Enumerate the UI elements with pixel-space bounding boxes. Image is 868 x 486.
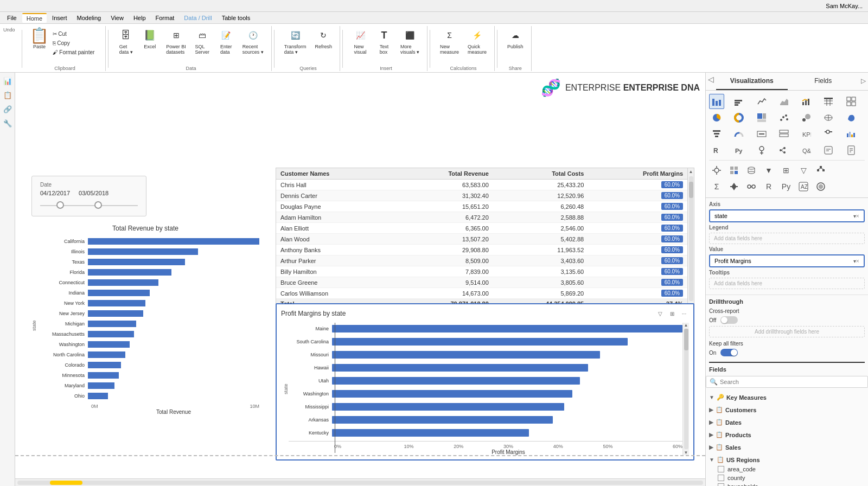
custom-viz-1[interactable]: Σ <box>709 179 724 194</box>
viz-r-script[interactable]: R <box>709 143 724 158</box>
viz-multirow-card[interactable] <box>776 126 792 142</box>
checkbox-county[interactable] <box>718 475 724 481</box>
tab-fields[interactable]: Fields <box>788 73 859 90</box>
checkbox-households[interactable] <box>718 483 724 486</box>
field-households[interactable]: households <box>709 482 865 486</box>
hierarchy-icon[interactable] <box>813 163 828 178</box>
slider-handle-right[interactable] <box>94 201 102 209</box>
quick-measure-button[interactable]: ⚡ Quickmeasure <box>464 26 490 56</box>
new-visual-button[interactable]: 📈 Newvisual <box>349 26 371 56</box>
viz-decomp-tree[interactable] <box>776 143 792 158</box>
keep-filters-toggle[interactable] <box>720 349 738 356</box>
viz-python[interactable]: Py <box>731 143 746 158</box>
scroll-thumb[interactable] <box>689 182 693 198</box>
refresh-button[interactable]: ↻ Refresh <box>312 26 336 51</box>
viz-paginated[interactable] <box>844 143 859 158</box>
tab-expand-icon[interactable]: ▷ <box>859 73 868 90</box>
menu-view[interactable]: View <box>106 14 128 22</box>
viz-key-influencers[interactable] <box>754 143 769 158</box>
bottom-scrollbar[interactable] <box>15 478 705 486</box>
viz-filled-map[interactable] <box>844 110 859 125</box>
viz-combo-chart[interactable] <box>799 94 814 109</box>
tab-visualizations[interactable]: Visualizations <box>716 73 788 90</box>
viz-line-chart[interactable] <box>754 94 769 109</box>
chart-more-icon[interactable]: ··· <box>679 309 689 318</box>
format-icon[interactable] <box>709 163 724 178</box>
search-input[interactable] <box>720 379 864 385</box>
dates-header[interactable]: ▶ 📋 Dates <box>709 417 865 427</box>
profit-scroll-down[interactable]: ▼ <box>684 450 688 455</box>
transform-button[interactable]: 🔄 Transformdata ▾ <box>281 26 310 56</box>
grid-icon[interactable]: ⊞ <box>778 163 794 178</box>
scroll-thumb-h[interactable] <box>50 481 82 485</box>
scroll-up[interactable]: ▲ <box>688 168 694 175</box>
key-measures-header[interactable]: ▼ 🔑 Key Measures <box>709 392 865 402</box>
excel-button[interactable]: 📗 Excel <box>139 26 161 51</box>
chart-filter-icon[interactable]: ▽ <box>655 309 665 318</box>
viz-kpi[interactable]: KPI <box>799 126 814 142</box>
cut-button[interactable]: ✂ Cut <box>49 30 98 38</box>
data-icon[interactable] <box>744 163 759 178</box>
copy-button[interactable]: ⎘ Copy <box>49 39 98 47</box>
panel-collapse-icon[interactable]: ◁ <box>706 73 716 90</box>
format-painter-button[interactable]: 🖌 Format painter <box>49 48 98 56</box>
customers-header[interactable]: ▶ 📋 Customers <box>709 405 865 415</box>
viz-qa[interactable]: Q&A <box>799 143 814 158</box>
axis-remove-icon[interactable]: × <box>856 213 859 219</box>
viz-map[interactable] <box>821 110 836 125</box>
viz-donut-chart[interactable] <box>731 110 746 125</box>
viz-table[interactable] <box>821 94 836 109</box>
data-view-icon[interactable]: 📋 <box>2 89 14 101</box>
viz-waterfall[interactable] <box>844 126 859 142</box>
field-area-code[interactable]: area_code <box>709 465 865 474</box>
viz-scatter[interactable] <box>776 110 792 125</box>
menu-insert[interactable]: Insert <box>48 14 72 22</box>
more-visuals-button[interactable]: ⬛ Morevisuals ▾ <box>397 26 423 56</box>
recent-sources-button[interactable]: 🕐 Recentsources ▾ <box>239 26 267 56</box>
custom-viz-5[interactable]: Py <box>778 179 794 194</box>
custom-viz-3[interactable] <box>744 179 759 194</box>
publish-button[interactable]: ☁ Publish <box>504 26 527 51</box>
profit-scroll-up[interactable]: ▲ <box>684 323 688 328</box>
sort-icon[interactable]: ▼ <box>761 163 776 178</box>
chart-expand-icon[interactable]: ⊞ <box>667 309 677 318</box>
menu-modeling[interactable]: Modeling <box>73 14 106 22</box>
profit-scroll-thumb[interactable] <box>684 329 688 350</box>
us-regions-header[interactable]: ▼ 📋 US Regions <box>709 455 865 465</box>
power-bi-button[interactable]: ⊞ Power BIdatasets <box>163 26 189 56</box>
custom-viz-4[interactable]: R <box>761 179 776 194</box>
viz-smart-narrative[interactable] <box>821 143 836 158</box>
menu-table-tools[interactable]: Table tools <box>218 14 255 22</box>
paste-button[interactable]: 📋 Paste ✂ Cut ⎘ Copy 🖌 Format painter <box>29 26 101 58</box>
menu-help[interactable]: Help <box>129 14 150 22</box>
viz-card[interactable] <box>754 126 769 142</box>
menu-home[interactable]: Home <box>22 13 47 23</box>
viz-slicer[interactable] <box>821 126 836 142</box>
cross-report-toggle[interactable] <box>720 316 738 324</box>
date-slider[interactable] <box>40 200 138 210</box>
viz-area-chart[interactable] <box>776 94 792 109</box>
profit-scrollbar[interactable]: ▲ ▼ <box>682 323 689 455</box>
checkbox-area-code[interactable] <box>718 466 724 472</box>
filter-manage-icon[interactable]: ▽ <box>796 163 811 178</box>
custom-viz-7[interactable] <box>813 179 828 194</box>
table-scrollbar[interactable]: ▲ ▼ <box>687 168 694 309</box>
viz-matrix[interactable] <box>844 94 859 109</box>
viz-column-chart[interactable] <box>731 94 746 109</box>
custom-viz-2[interactable] <box>726 179 742 194</box>
slider-handle-left[interactable] <box>56 201 64 209</box>
model-view-icon[interactable]: 🔗 <box>2 103 14 115</box>
field-county[interactable]: county <box>709 474 865 482</box>
get-data-button[interactable]: 🗄 Getdata ▾ <box>115 26 137 56</box>
menu-format[interactable]: Format <box>151 14 179 22</box>
text-box-button[interactable]: T Textbox <box>373 26 395 56</box>
value-remove-icon[interactable]: × <box>856 258 859 264</box>
dax-icon[interactable]: 🔧 <box>2 117 14 129</box>
menu-data-drill[interactable]: Data / Drill <box>180 14 216 22</box>
custom-viz-6[interactable]: AZ <box>796 179 811 194</box>
viz-treemap[interactable] <box>754 110 769 125</box>
analytics-icon[interactable] <box>726 163 742 178</box>
viz-gauge[interactable] <box>731 126 746 142</box>
report-view-icon[interactable]: 📊 <box>2 75 14 87</box>
viz-pie-chart[interactable] <box>709 110 724 125</box>
